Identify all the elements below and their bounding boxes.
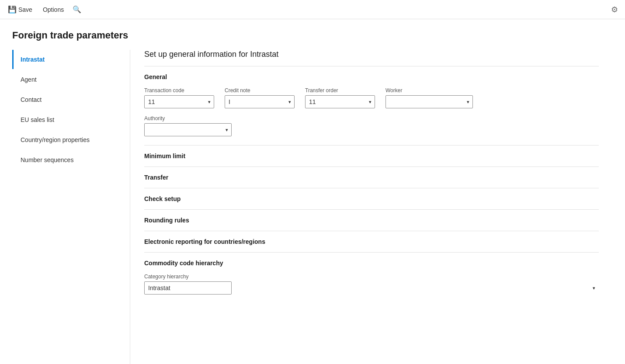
sidebar-item-intrastat[interactable]: Intrastat bbox=[12, 50, 130, 69]
sidebar-item-label: Intrastat bbox=[21, 56, 45, 63]
category-hierarchy-wrapper: Intrastat Other ▾ bbox=[144, 281, 599, 295]
save-label: Save bbox=[18, 6, 32, 13]
transaction-code-wrapper: 11 12 21 22 ▾ bbox=[144, 95, 214, 108]
form-row-2: Authority ▾ bbox=[144, 115, 599, 136]
settings-icon: ⚙ bbox=[611, 5, 618, 14]
label-worker: Worker bbox=[385, 87, 473, 94]
label-transaction-code: Transaction code bbox=[144, 87, 214, 94]
toolbar-right: ⚙ bbox=[608, 3, 622, 17]
section-title-general[interactable]: General bbox=[144, 66, 599, 87]
form-group-authority: Authority ▾ bbox=[144, 115, 232, 136]
form-group-worker: Worker ▾ bbox=[385, 87, 473, 108]
left-nav: Intrastat Agent Contact EU sales list Co… bbox=[12, 50, 130, 364]
sidebar-item-number-sequences[interactable]: Number sequences bbox=[12, 150, 130, 170]
credit-note-select[interactable]: I 11 12 bbox=[225, 95, 295, 108]
worker-wrapper: ▾ bbox=[385, 95, 473, 108]
page-title: Foreign trade parameters bbox=[12, 30, 613, 41]
section-heading: Set up general information for Intrastat bbox=[144, 50, 599, 66]
section-title-transfer[interactable]: Transfer bbox=[144, 167, 599, 188]
save-icon: 💾 bbox=[8, 5, 17, 14]
search-button[interactable]: 🔍 bbox=[70, 3, 84, 17]
authority-select[interactable] bbox=[144, 123, 232, 136]
section-commodity-code: Commodity code hierarchy Category hierar… bbox=[144, 253, 599, 303]
form-group-transaction-code: Transaction code 11 12 21 22 ▾ bbox=[144, 87, 214, 108]
chevron-down-icon: ▾ bbox=[593, 285, 595, 291]
section-transfer: Transfer bbox=[144, 167, 599, 188]
section-title-minimum-limit[interactable]: Minimum limit bbox=[144, 146, 599, 166]
sidebar-item-label: Number sequences bbox=[21, 156, 73, 163]
section-content-commodity-code: Category hierarchy Intrastat Other ▾ bbox=[144, 274, 599, 303]
worker-select[interactable] bbox=[385, 95, 473, 108]
sidebar-item-label: EU sales list bbox=[21, 116, 54, 123]
section-electronic-reporting: Electronic reporting for countries/regio… bbox=[144, 231, 599, 253]
form-group-category-hierarchy: Category hierarchy Intrastat Other ▾ bbox=[144, 274, 599, 295]
sidebar-item-contact[interactable]: Contact bbox=[12, 90, 130, 109]
section-content-general: Transaction code 11 12 21 22 ▾ bbox=[144, 87, 599, 145]
label-credit-note: Credit note bbox=[225, 87, 295, 94]
form-row-1: Transaction code 11 12 21 22 ▾ bbox=[144, 87, 599, 108]
sidebar-item-country-region[interactable]: Country/region properties bbox=[12, 130, 130, 149]
label-transfer-order: Transfer order bbox=[305, 87, 375, 94]
section-rounding-rules: Rounding rules bbox=[144, 210, 599, 231]
sidebar-item-agent[interactable]: Agent bbox=[12, 70, 130, 89]
label-category-hierarchy: Category hierarchy bbox=[144, 274, 599, 280]
settings-button[interactable]: ⚙ bbox=[608, 3, 622, 17]
section-title-rounding-rules[interactable]: Rounding rules bbox=[144, 210, 599, 231]
save-button[interactable]: 💾 Save bbox=[3, 3, 37, 16]
category-hierarchy-select[interactable]: Intrastat Other bbox=[144, 281, 232, 295]
form-group-credit-note: Credit note I 11 12 ▾ bbox=[225, 87, 295, 108]
sidebar-item-label: Country/region properties bbox=[21, 136, 90, 143]
credit-note-wrapper: I 11 12 ▾ bbox=[225, 95, 295, 108]
sidebar-item-label: Agent bbox=[21, 76, 37, 83]
transaction-code-select[interactable]: 11 12 21 22 bbox=[144, 95, 214, 108]
search-icon: 🔍 bbox=[73, 5, 81, 14]
main-content: Set up general information for Intrastat… bbox=[130, 50, 613, 364]
transfer-order-select[interactable]: 11 12 21 bbox=[305, 95, 375, 108]
transfer-order-wrapper: 11 12 21 ▾ bbox=[305, 95, 375, 108]
section-title-check-setup[interactable]: Check setup bbox=[144, 188, 599, 209]
toolbar: 💾 Save Options 🔍 ⚙ bbox=[0, 0, 625, 19]
label-authority: Authority bbox=[144, 115, 232, 121]
form-group-transfer-order: Transfer order 11 12 21 ▾ bbox=[305, 87, 375, 108]
page-container: Foreign trade parameters Intrastat Agent… bbox=[0, 19, 625, 364]
options-button[interactable]: Options bbox=[38, 3, 68, 16]
sidebar-item-eu-sales-list[interactable]: EU sales list bbox=[12, 110, 130, 129]
section-title-commodity-code[interactable]: Commodity code hierarchy bbox=[144, 253, 599, 274]
section-check-setup: Check setup bbox=[144, 188, 599, 210]
authority-wrapper: ▾ bbox=[144, 123, 232, 136]
section-minimum-limit: Minimum limit bbox=[144, 146, 599, 167]
section-title-electronic-reporting[interactable]: Electronic reporting for countries/regio… bbox=[144, 231, 599, 252]
content-layout: Intrastat Agent Contact EU sales list Co… bbox=[12, 50, 613, 364]
section-general: General Transaction code 11 12 21 22 bbox=[144, 66, 599, 146]
options-label: Options bbox=[43, 6, 64, 13]
sidebar-item-label: Contact bbox=[21, 96, 42, 103]
